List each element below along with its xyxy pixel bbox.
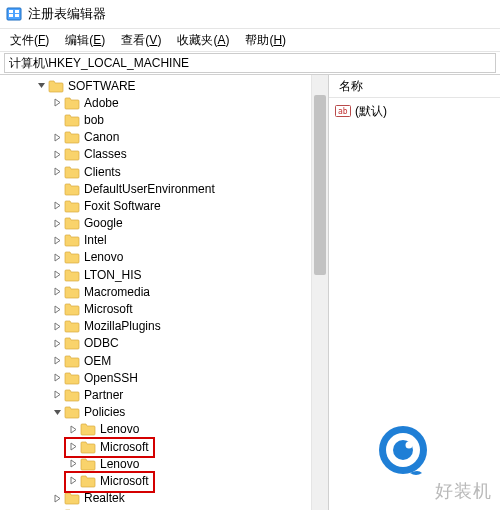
tree-item[interactable]: OEM	[2, 352, 328, 369]
chevron-right-icon[interactable]	[66, 425, 80, 434]
tree-item[interactable]: bob	[2, 111, 328, 128]
tree-item[interactable]: Lenovo	[2, 455, 328, 472]
menubar: 文件(F)编辑(E)查看(V)收藏夹(A)帮助(H)	[0, 29, 500, 52]
folder-icon	[64, 285, 80, 299]
column-label: 名称	[339, 78, 363, 95]
tree-item-label: Microsoft	[100, 474, 149, 488]
chevron-right-icon[interactable]	[50, 287, 64, 296]
tree-item-label: Microsoft	[84, 302, 133, 316]
values-list: ab (默认)	[329, 98, 500, 124]
tree-item[interactable]: MozillaPlugins	[2, 318, 328, 335]
tree-item-label: Macromedia	[84, 285, 150, 299]
tree-item[interactable]: Clients	[2, 163, 328, 180]
chevron-right-icon[interactable]	[50, 390, 64, 399]
registry-tree[interactable]: SOFTWAREAdobebobCanonClassesClientsDefau…	[0, 75, 328, 510]
tree-item[interactable]: Foxit Software	[2, 197, 328, 214]
folder-icon	[64, 491, 80, 505]
menu-item-v[interactable]: 查看(V)	[113, 30, 169, 51]
chevron-right-icon[interactable]	[66, 442, 80, 451]
tree-item[interactable]: Realtek	[2, 490, 328, 507]
tree-scrollbar[interactable]	[311, 75, 328, 510]
svg-rect-4	[15, 14, 19, 17]
menu-item-e[interactable]: 编辑(E)	[57, 30, 113, 51]
folder-icon	[48, 79, 64, 93]
svg-rect-2	[9, 14, 13, 17]
folder-icon	[64, 336, 80, 350]
tree-item[interactable]: Classes	[2, 146, 328, 163]
menu-item-h[interactable]: 帮助(H)	[237, 30, 294, 51]
folder-icon	[64, 199, 80, 213]
window-titlebar: 注册表编辑器	[0, 0, 500, 29]
tree-item[interactable]: Adobe	[2, 94, 328, 111]
tree-item-label: Adobe	[84, 96, 119, 110]
chevron-right-icon[interactable]	[50, 305, 64, 314]
tree-item[interactable]: LTON_HIS	[2, 266, 328, 283]
tree-item[interactable]: ODBC	[2, 335, 328, 352]
regedit-icon	[6, 6, 22, 22]
chevron-right-icon[interactable]	[50, 167, 64, 176]
menu-item-a[interactable]: 收藏夹(A)	[169, 30, 237, 51]
folder-icon	[64, 147, 80, 161]
chevron-down-icon[interactable]	[50, 408, 64, 417]
column-header-name[interactable]: 名称	[329, 75, 500, 98]
tree-item-label: Policies	[84, 405, 125, 419]
chevron-right-icon[interactable]	[50, 201, 64, 210]
svg-text:ab: ab	[338, 107, 348, 116]
tree-item-label: Partner	[84, 388, 123, 402]
tree-item[interactable]: Partner	[2, 386, 328, 403]
tree-item[interactable]: Policies	[2, 404, 328, 421]
chevron-right-icon[interactable]	[50, 98, 64, 107]
chevron-right-icon[interactable]	[66, 459, 80, 468]
tree-item[interactable]: Microsoft	[2, 472, 328, 489]
tree-item[interactable]: Microsoft	[2, 300, 328, 317]
chevron-right-icon[interactable]	[50, 150, 64, 159]
chevron-right-icon[interactable]	[50, 373, 64, 382]
tree-item-label: DefaultUserEnvironment	[84, 182, 215, 196]
tree-item[interactable]: OpenSSH	[2, 369, 328, 386]
chevron-right-icon[interactable]	[50, 322, 64, 331]
address-input[interactable]	[4, 53, 496, 73]
folder-icon	[64, 371, 80, 385]
chevron-right-icon[interactable]	[50, 339, 64, 348]
chevron-right-icon[interactable]	[50, 219, 64, 228]
folder-icon	[64, 130, 80, 144]
tree-item[interactable]: Lenovo	[2, 249, 328, 266]
scrollbar-thumb[interactable]	[314, 95, 326, 275]
svg-rect-3	[15, 10, 19, 13]
chevron-right-icon[interactable]	[50, 253, 64, 262]
tree-item[interactable]: SOFTWARE	[2, 77, 328, 94]
chevron-right-icon[interactable]	[50, 270, 64, 279]
tree-item-label: MozillaPlugins	[84, 319, 161, 333]
window-title: 注册表编辑器	[28, 6, 106, 23]
tree-item[interactable]: DefaultUserEnvironment	[2, 180, 328, 197]
chevron-right-icon[interactable]	[50, 236, 64, 245]
folder-icon	[64, 216, 80, 230]
tree-item[interactable]: Macromedia	[2, 283, 328, 300]
folder-icon	[80, 474, 96, 488]
tree-item-label: Lenovo	[100, 422, 139, 436]
tree-item[interactable]: Canon	[2, 129, 328, 146]
chevron-right-icon[interactable]	[50, 356, 64, 365]
folder-icon	[80, 422, 96, 436]
folder-icon	[64, 96, 80, 110]
tree-item-label: Canon	[84, 130, 119, 144]
tree-item[interactable]: Intel	[2, 232, 328, 249]
folder-icon	[64, 268, 80, 282]
tree-item[interactable]: Google	[2, 215, 328, 232]
chevron-right-icon[interactable]	[50, 133, 64, 142]
tree-item-label: Realtek	[84, 491, 125, 505]
tree-item-label: Microsoft	[100, 440, 149, 454]
tree-item[interactable]: Lenovo	[2, 421, 328, 438]
tree-item[interactable]: Microsoft	[2, 438, 328, 455]
folder-icon	[64, 233, 80, 247]
folder-icon	[80, 440, 96, 454]
folder-icon	[64, 165, 80, 179]
tree-item-label: Foxit Software	[84, 199, 161, 213]
list-item[interactable]: ab (默认)	[335, 102, 494, 120]
chevron-right-icon[interactable]	[50, 494, 64, 503]
chevron-down-icon[interactable]	[34, 81, 48, 90]
addressbar	[0, 52, 500, 75]
menu-item-f[interactable]: 文件(F)	[2, 30, 57, 51]
chevron-right-icon[interactable]	[66, 476, 80, 485]
tree-item-label: Clients	[84, 165, 121, 179]
